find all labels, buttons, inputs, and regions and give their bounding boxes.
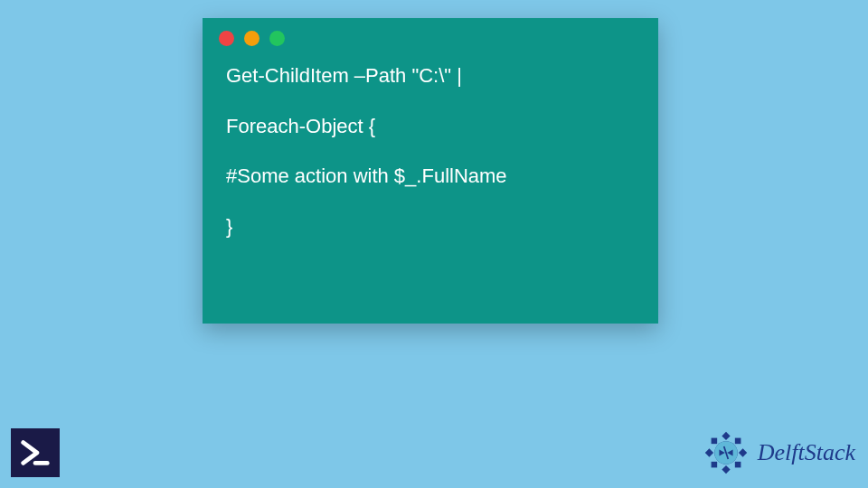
brand-logo-icon	[700, 427, 752, 479]
brand: DelftStack	[700, 427, 855, 479]
code-window: Get-ChildItem –Path "C:\" | Foreach-Obje…	[203, 18, 658, 324]
powershell-icon	[11, 428, 60, 477]
window-controls	[203, 18, 658, 46]
svg-marker-3	[739, 448, 747, 456]
maximize-dot-icon	[269, 31, 285, 46]
code-line-2: Foreach-Object {	[226, 113, 635, 140]
brand-name: DelftStack	[758, 439, 855, 466]
svg-marker-1	[722, 432, 730, 440]
minimize-dot-icon	[244, 31, 259, 46]
code-line-4: }	[226, 213, 635, 240]
svg-marker-7	[705, 448, 713, 456]
code-line-3: #Some action with $_.FullName	[226, 163, 635, 190]
code-content: Get-ChildItem –Path "C:\" | Foreach-Obje…	[203, 46, 658, 240]
svg-marker-5	[722, 465, 730, 474]
close-dot-icon	[219, 31, 234, 46]
code-line-1: Get-ChildItem –Path "C:\" |	[226, 62, 635, 89]
